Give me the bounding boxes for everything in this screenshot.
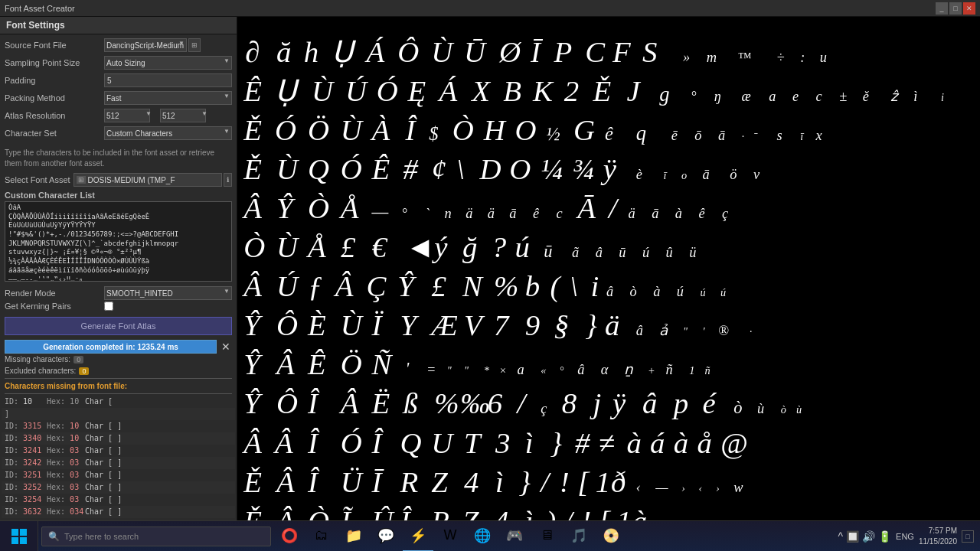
taskbar-app-cortana[interactable]: ⭕ bbox=[274, 521, 305, 552]
taskbar-search-box[interactable]: 🔍 Type here to search bbox=[41, 527, 271, 546]
table-row: ID: 3315 Hex: 10 Char [ ] bbox=[2, 420, 235, 432]
atlas-res-label: Atlas Resolution bbox=[5, 111, 104, 120]
render-mode-select[interactable]: SMOOTH_HINTED bbox=[104, 286, 232, 300]
left-panel: Font Settings Source Font File DancingSc… bbox=[0, 17, 237, 551]
render-mode-value: SMOOTH_HINTED bbox=[104, 286, 232, 300]
packing-label: Packing Method bbox=[5, 93, 104, 103]
table-row: ID: 3252 Hex: 03 Char [ ] bbox=[2, 481, 235, 494]
font-asset-input-display: ⊞ DOSIS-MEDIUM (TMP_F bbox=[74, 173, 222, 187]
cortana-icon: ⭕ bbox=[281, 527, 298, 544]
settings-grid: Source Font File DancingScript-Medium ⊞ bbox=[0, 34, 237, 146]
excluded-chars-row: Excluded characters: 0 bbox=[0, 365, 237, 377]
progress-bar-container: Generation completed in: 1235.24 ms ✕ bbox=[5, 340, 232, 354]
sampling-dropdown-wrapper: Auto Sizing bbox=[104, 56, 232, 70]
atlas-res-value-area: 512 512 bbox=[104, 109, 232, 122]
svg-text:Ò
        Ù
        Å
        : Ò Ù Å £ € ◄ ý ğ ? ú ū ã â ū ú û ü bbox=[243, 230, 696, 263]
padding-label: Padding bbox=[5, 76, 104, 85]
render-mode-dropdown-wrapper: SMOOTH_HINTED bbox=[104, 286, 232, 300]
font-atlas-svg: ∂ ă h Ụ Á Ô Ù Ū Ø Ī P C F S » m ™ ÷ : u bbox=[237, 17, 980, 551]
maximize-button[interactable]: □ bbox=[949, 2, 962, 15]
generation-status: Generation completed in: 1235.24 ms bbox=[5, 340, 217, 354]
font-asset-info-btn[interactable]: ℹ bbox=[224, 173, 232, 187]
title-bar: Font Asset Creator _ □ ✕ bbox=[0, 0, 980, 17]
source-font-dropdown-wrapper: DancingScript-Medium bbox=[104, 38, 187, 52]
start-button[interactable] bbox=[0, 521, 38, 552]
missing-chars-row: Missing characters: 0 bbox=[0, 354, 237, 365]
search-icon: 🔍 bbox=[48, 531, 60, 542]
source-font-browse-btn[interactable]: ⊞ bbox=[188, 38, 201, 52]
taskbar-right: ^ 🔲 🔊 🔋 ENG 7:57 PM 11/15/2020 □ bbox=[838, 521, 980, 551]
packing-select[interactable]: Fast bbox=[104, 91, 232, 105]
progress-close-btn[interactable]: ✕ bbox=[220, 341, 232, 353]
window-controls: _ □ ✕ bbox=[936, 2, 975, 15]
generate-btn[interactable]: Generate Font Atlas bbox=[5, 317, 232, 335]
table-row: ID: 3242 Hex: 03 Char [ ] bbox=[2, 457, 235, 469]
sampling-select[interactable]: Auto Sizing bbox=[104, 56, 232, 70]
atlas-res-x-select[interactable]: 512 bbox=[104, 109, 150, 122]
font-settings-header: Font Settings bbox=[0, 17, 237, 34]
char-textarea[interactable]: ÒâA ÇÒQÀÄÕÛÙÀÔÍíìiîîîîîîaAãÃeEãéEgQèeÈ E… bbox=[5, 201, 232, 282]
settings-scroll[interactable]: Source Font File DancingScript-Medium ⊞ bbox=[0, 34, 237, 527]
font-asset-badge: ⊞ bbox=[77, 176, 86, 184]
table-row: ID: 3632 Hex: 034 Char [ ] bbox=[2, 506, 235, 518]
divider bbox=[5, 378, 232, 379]
font-asset-value: DOSIS-MEDIUM (TMP_F bbox=[88, 176, 175, 184]
minimize-button[interactable]: _ bbox=[936, 2, 948, 15]
excluded-chars-count: 0 bbox=[79, 367, 89, 375]
select-font-asset-row: Select Font Asset ⊞ DOSIS-MEDIUM (TMP_F … bbox=[0, 173, 237, 187]
char-set-row: Character Set Custom Characters bbox=[5, 126, 232, 141]
atlas-resolution-row: Atlas Resolution 512 512 bbox=[5, 108, 232, 123]
char-set-select[interactable]: Custom Characters bbox=[104, 126, 232, 140]
source-font-value-area: DancingScript-Medium ⊞ bbox=[104, 38, 232, 52]
taskbar-app-misc1[interactable]: 🎮 bbox=[499, 521, 530, 552]
padding-value-area bbox=[104, 73, 232, 87]
taskbar-app-explorer[interactable]: 🗂 bbox=[306, 521, 337, 552]
taskbar-app-word[interactable]: W bbox=[435, 521, 466, 552]
close-button[interactable]: ✕ bbox=[963, 2, 975, 15]
sampling-label: Sampling Point Size bbox=[5, 58, 104, 67]
padding-input[interactable] bbox=[104, 73, 232, 87]
folder-icon: 📁 bbox=[345, 527, 362, 544]
char-scroll-list[interactable]: ID: 10 Hex: 10 Char [ ] ID: 3315 Hex: 10… bbox=[0, 396, 237, 518]
source-font-select[interactable]: DancingScript-Medium bbox=[104, 38, 187, 52]
svg-rect-16 bbox=[11, 537, 18, 544]
render-mode-label: Render Mode bbox=[5, 289, 104, 298]
col-id-header: ID: 10 bbox=[5, 396, 47, 407]
missing-chars-count: 0 bbox=[74, 356, 83, 364]
table-row: ID: 3340 Hex: 10 Char [ ] bbox=[2, 432, 235, 445]
taskbar-app-folder[interactable]: 📁 bbox=[338, 521, 369, 552]
col-hex-header: Hex: 10 bbox=[47, 396, 85, 407]
tray-volume-icon[interactable]: 🔊 bbox=[862, 530, 875, 543]
taskbar-app-misc2[interactable]: 🖥 bbox=[531, 521, 562, 552]
system-tray: ^ 🔲 🔊 🔋 bbox=[838, 530, 892, 543]
taskbar-app-browser[interactable]: 🌐 bbox=[467, 521, 498, 552]
atlas-res-y-select[interactable]: 512 bbox=[160, 109, 206, 122]
source-font-label: Source Font File bbox=[5, 41, 104, 50]
source-font-input-row: DancingScript-Medium ⊞ bbox=[104, 38, 201, 52]
explorer-icon: 🗂 bbox=[315, 527, 328, 543]
table-row: ID: 3251 Hex: 03 Char [ ] bbox=[2, 469, 235, 481]
info-text: Type the characters to be included in th… bbox=[0, 146, 237, 171]
custom-char-list-header: Custom Character List bbox=[0, 189, 237, 201]
notification-center-btn[interactable]: □ bbox=[962, 530, 974, 543]
clock[interactable]: 7:57 PM 11/15/2020 bbox=[919, 526, 957, 547]
taskbar-app-msg[interactable]: 💬 bbox=[371, 521, 401, 552]
tray-expand-icon[interactable]: ^ bbox=[838, 530, 844, 543]
misc4-icon: 📀 bbox=[603, 527, 619, 544]
right-panel: ∂ ă h Ụ Á Ô Ù Ū Ø Ī P C F S » m ™ ÷ : u bbox=[237, 17, 980, 551]
tray-bat-icon[interactable]: 🔋 bbox=[878, 530, 891, 543]
sampling-value-area: Auto Sizing bbox=[104, 56, 232, 70]
taskbar-app-code[interactable]: ⚡ bbox=[403, 521, 433, 552]
taskbar-app-misc3[interactable]: 🎵 bbox=[564, 521, 594, 552]
keyboard-lang: ENG bbox=[896, 532, 914, 541]
missing-chars-label: Missing characters: bbox=[5, 355, 70, 364]
taskbar-app-misc4[interactable]: 📀 bbox=[596, 521, 626, 552]
taskbar: 🔍 Type here to search ⭕ 🗂 📁 💬 ⚡ W 🌐 🎮 🖥 … bbox=[0, 520, 980, 551]
date-display: 11/15/2020 bbox=[919, 536, 957, 547]
app-title: Font Asset Creator bbox=[5, 4, 75, 13]
kerning-checkbox[interactable] bbox=[104, 302, 113, 311]
kerning-row: Get Kerning Pairs bbox=[5, 302, 232, 311]
tray-network-icon[interactable]: 🔲 bbox=[846, 530, 859, 543]
char-set-value-area: Custom Characters bbox=[104, 126, 232, 140]
svg-rect-17 bbox=[20, 537, 27, 544]
